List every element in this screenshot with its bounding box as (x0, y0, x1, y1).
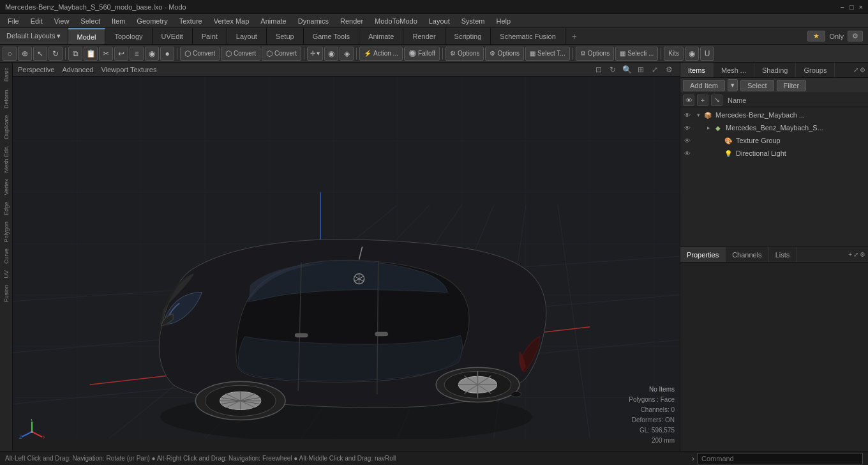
sidebar-item-uv[interactable]: UV (2, 268, 11, 281)
toolbar-circle-icon[interactable]: ○ (3, 47, 17, 61)
sidebar-item-curve[interactable]: Curve (2, 246, 11, 266)
advanced-label[interactable]: Advanced (62, 66, 93, 73)
sidebar-item-duplicate[interactable]: Duplicate (2, 112, 11, 142)
kits-button[interactable]: Kits (664, 47, 684, 61)
select-button[interactable]: Select (740, 80, 774, 91)
falloff-button[interactable]: 🔘 Falloff (404, 47, 440, 61)
toolbar-filter-icon[interactable]: ◈ (340, 47, 354, 61)
toolbar-eye-icon[interactable]: ◉ (145, 47, 159, 61)
sidebar-item-polygon[interactable]: Polygon (2, 219, 11, 245)
tree-arrow-mesh[interactable]: ▸ (705, 124, 712, 132)
menu-item-select[interactable]: Select (75, 16, 105, 26)
add-item-dropdown[interactable]: ▾ (728, 79, 738, 91)
menu-item-texture[interactable]: Texture (174, 16, 207, 26)
sidebar-item-deform-[interactable]: Deform. (2, 86, 11, 111)
menu-item-layout[interactable]: Layout (424, 16, 455, 26)
toolbar-globe-icon[interactable]: ⊕ (18, 47, 32, 61)
tree-eye-mesh[interactable]: 👁 (683, 123, 692, 132)
toolbar-rotate-icon[interactable]: ↻ (49, 47, 63, 61)
panel-tab-shading[interactable]: Shading (754, 63, 796, 77)
expand-toggle[interactable]: ↘ (711, 95, 722, 106)
tree-item-root[interactable]: 👁▾📦Mercedes-Benz_Maybach ... (680, 109, 868, 121)
close-button[interactable]: × (859, 3, 863, 11)
zoom-button[interactable]: 🔍 (621, 64, 632, 75)
menu-item-dynamics[interactable]: Dynamics (293, 16, 334, 26)
toolbar-layers-icon[interactable]: ≡ (130, 47, 144, 61)
tab-render[interactable]: Render (403, 28, 445, 44)
options-button-2[interactable]: ⚙ Options (485, 47, 523, 61)
menu-item-vertex-map[interactable]: Vertex Map (209, 16, 255, 26)
viewport-canvas[interactable]: No Items Polygons : Face Channels: 0 Def… (13, 77, 680, 451)
tab-animate[interactable]: Animate (359, 28, 403, 44)
expand-button[interactable]: ⤢ (649, 64, 661, 75)
settings-vp-button[interactable]: ⚙ (663, 64, 675, 75)
sidebar-item-fusion[interactable]: Fusion (2, 282, 11, 305)
select-i-button[interactable]: ▦ Selecti ... (615, 47, 658, 61)
filter-button[interactable]: Filter (777, 80, 806, 91)
toolbar-cursor-icon[interactable]: ↖ (33, 47, 47, 61)
prop-expand-icon[interactable]: + (848, 251, 852, 258)
panel-tab-mesh-[interactable]: Mesh ... (714, 63, 754, 77)
tree-eye-light[interactable]: 👁 (683, 149, 692, 158)
tab-setup[interactable]: Setup (267, 28, 304, 44)
tree-eye-root[interactable]: 👁 (683, 111, 692, 119)
tab-scripting[interactable]: Scripting (445, 28, 491, 44)
tree-arrow-root[interactable]: ▾ (694, 111, 702, 119)
options-button-3[interactable]: ⚙ Options (576, 47, 614, 61)
perspective-label[interactable]: Perspective (18, 66, 54, 73)
toolbar-undo-icon[interactable]: ↩ (114, 47, 128, 61)
prop-fullscreen-icon[interactable]: ⤢ (853, 251, 858, 258)
tree-item-texture[interactable]: 👁🎨Texture Group (680, 134, 868, 147)
convert-button-3[interactable]: ⬡ Convert (262, 47, 301, 61)
options-button-1[interactable]: ⚙ Options (445, 47, 484, 61)
viewport-textures-label[interactable]: Viewport Textures (101, 66, 156, 73)
menu-item-modotomodo[interactable]: ModoToModo (370, 16, 423, 26)
panel-settings-icon[interactable]: ⚙ (860, 66, 865, 73)
sidebar-item-basic[interactable]: Basic (2, 65, 11, 84)
convert-button-2[interactable]: ⬡ Convert (221, 47, 260, 61)
tab-channels[interactable]: Channels (726, 247, 768, 262)
fit-view-button[interactable]: ⊡ (593, 64, 604, 75)
tree-eye-texture[interactable]: 👁 (683, 136, 692, 145)
menu-item-geometry[interactable]: Geometry (131, 16, 172, 26)
toolbar-scissors-icon[interactable]: ✂ (99, 47, 113, 61)
menu-item-animate[interactable]: Animate (255, 16, 291, 26)
tree-item-mesh[interactable]: 👁▸◆Mercedes_Benz_Maybach_S... (680, 121, 868, 134)
tab-properties[interactable]: Properties (680, 247, 726, 262)
select-t-button[interactable]: ▦ Select T... (525, 47, 570, 61)
add-item-button[interactable]: Add Item (683, 80, 725, 91)
add-tab-button[interactable]: + (565, 28, 583, 44)
tab-game-tools[interactable]: Game Tools (304, 28, 360, 44)
tab-lists[interactable]: Lists (769, 247, 797, 262)
toolbar-eye2-icon[interactable]: ◉ (324, 47, 338, 61)
visibility-toggle[interactable]: 👁 (683, 95, 694, 106)
toolbar-copy-icon[interactable]: ⧉ (68, 47, 82, 61)
panel-tab-groups[interactable]: Groups (796, 63, 835, 77)
menu-item-edit[interactable]: Edit (26, 16, 48, 26)
tab-paint[interactable]: Paint (193, 28, 227, 44)
tab-topology[interactable]: Topology (105, 28, 152, 44)
prop-settings-icon[interactable]: ⚙ (860, 251, 865, 258)
menu-item-file[interactable]: File (3, 16, 24, 26)
sidebar-item-edge[interactable]: Edge (2, 199, 11, 218)
tab-model[interactable]: Model (68, 28, 106, 44)
menu-item-render[interactable]: Render (335, 16, 368, 26)
panel-expand-icon[interactable]: ⤢ (853, 66, 858, 73)
action-button[interactable]: ⚡ Action ... (359, 47, 403, 61)
toolbar-sphere-icon[interactable]: ● (160, 47, 174, 61)
tab-uvedit[interactable]: UVEdit (153, 28, 193, 44)
menu-item-item[interactable]: Item (107, 16, 130, 26)
menu-item-view[interactable]: View (49, 16, 75, 26)
star-button[interactable]: ★ (807, 31, 825, 42)
settings-button[interactable]: ⚙ (848, 31, 863, 42)
toolbar-u-icon[interactable]: U (700, 47, 714, 61)
toolbar-circle2-icon[interactable]: ◉ (685, 47, 699, 61)
move-tool-dropdown[interactable]: ✛ ▾ (307, 47, 323, 61)
grid-button[interactable]: ⊞ (635, 64, 647, 75)
tree-arrow-light[interactable] (715, 149, 722, 157)
tab-schematic-fusion[interactable]: Schematic Fusion (491, 28, 565, 44)
minimize-button[interactable]: − (840, 3, 844, 11)
sidebar-item-mesh-edit-[interactable]: Mesh Edit. (2, 143, 11, 176)
panel-tab-items[interactable]: Items (680, 63, 714, 77)
command-input[interactable] (697, 453, 863, 464)
